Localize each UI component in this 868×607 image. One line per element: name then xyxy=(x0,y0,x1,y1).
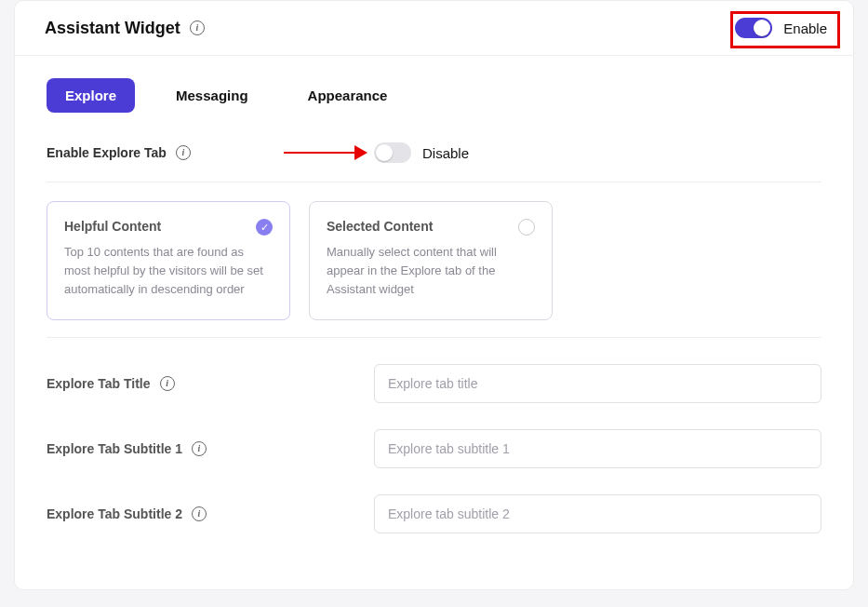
option-helpful-content[interactable]: Helpful Content ✓ Top 10 contents that a… xyxy=(47,201,290,320)
divider xyxy=(47,182,821,182)
explore-tab-title-row: Explore Tab Title i xyxy=(47,364,821,403)
page-title: Assistant Widget xyxy=(45,19,180,38)
toggle-knob xyxy=(754,20,770,36)
divider xyxy=(47,337,821,338)
option-header: Selected Content xyxy=(327,219,535,236)
enable-widget-toggle[interactable] xyxy=(735,18,772,38)
field-label: Explore Tab Title xyxy=(47,376,151,391)
form-label-wrap: Explore Tab Subtitle 1 i xyxy=(47,441,374,456)
content-options: Helpful Content ✓ Top 10 contents that a… xyxy=(47,201,821,320)
card-header: Assistant Widget i Enable xyxy=(15,1,853,56)
enable-explore-label-wrap: Enable Explore Tab i xyxy=(47,145,363,160)
option-desc: Manually select content that will appear… xyxy=(327,243,535,299)
radio-unchecked-icon xyxy=(518,219,535,236)
tab-explore[interactable]: Explore xyxy=(47,78,135,113)
enable-explore-toggle-wrap: Disable xyxy=(374,142,469,163)
check-icon: ✓ xyxy=(256,219,273,236)
settings-card: Assistant Widget i Enable Explore Messag… xyxy=(14,0,854,590)
enable-widget-toggle-label: Enable xyxy=(783,20,827,36)
explore-tab-title-input[interactable] xyxy=(374,364,821,403)
info-icon[interactable]: i xyxy=(192,506,207,521)
enable-explore-row: Enable Explore Tab i Disable xyxy=(47,142,821,163)
option-title: Selected Content xyxy=(327,219,433,234)
tab-appearance[interactable]: Appearance xyxy=(289,78,407,113)
info-icon[interactable]: i xyxy=(192,441,207,456)
title-wrap: Assistant Widget i xyxy=(45,19,205,38)
form-label-wrap: Explore Tab Subtitle 2 i xyxy=(47,506,374,521)
enable-widget-toggle-wrap: Enable xyxy=(735,18,827,38)
explore-tab-subtitle1-input[interactable] xyxy=(374,429,821,468)
explore-tab-subtitle2-row: Explore Tab Subtitle 2 i xyxy=(47,494,821,533)
form-label-wrap: Explore Tab Title i xyxy=(47,376,374,391)
option-selected-content[interactable]: Selected Content Manually select content… xyxy=(309,201,553,320)
info-icon[interactable]: i xyxy=(160,376,175,391)
enable-explore-toggle[interactable] xyxy=(374,142,411,163)
explore-tab-subtitle1-row: Explore Tab Subtitle 1 i xyxy=(47,429,821,468)
option-desc: Top 10 contents that are found as most h… xyxy=(64,243,273,299)
option-title: Helpful Content xyxy=(64,219,161,234)
toggle-knob xyxy=(376,144,393,161)
info-icon[interactable]: i xyxy=(190,20,205,35)
tabs: Explore Messaging Appearance xyxy=(47,78,821,113)
field-label: Explore Tab Subtitle 1 xyxy=(47,441,182,456)
explore-tab-subtitle2-input[interactable] xyxy=(374,494,821,533)
field-label: Explore Tab Subtitle 2 xyxy=(47,506,182,521)
option-header: Helpful Content ✓ xyxy=(64,219,273,236)
enable-explore-label: Enable Explore Tab xyxy=(47,145,167,160)
info-icon[interactable]: i xyxy=(176,145,191,160)
card-body: Explore Messaging Appearance Enable Expl… xyxy=(15,56,853,589)
tab-messaging[interactable]: Messaging xyxy=(157,78,267,113)
enable-explore-toggle-label: Disable xyxy=(422,145,469,161)
